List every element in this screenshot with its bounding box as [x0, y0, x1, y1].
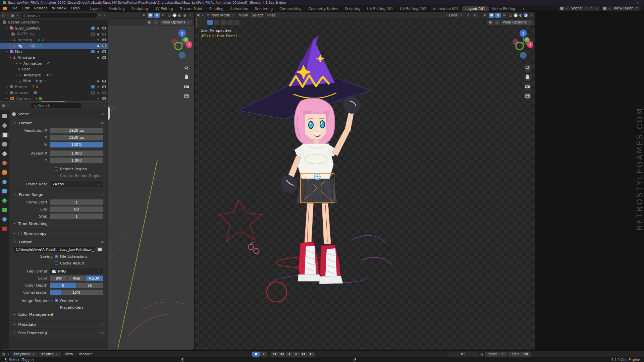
- depth-16-option[interactable]: 16: [77, 283, 103, 288]
- start-frame-field[interactable]: Start1: [485, 352, 507, 357]
- jump-to-start-button[interactable]: |◀: [271, 352, 278, 357]
- outliner-row-armature-object[interactable]: ▾ ♙ Armature ◉: [0, 55, 108, 61]
- tab-uv-editing[interactable]: UV Editing: [151, 6, 176, 11]
- menu-help[interactable]: Help: [69, 6, 82, 10]
- hide-eye-icon[interactable]: ◉: [96, 56, 101, 59]
- select-subtract-mode-button[interactable]: [221, 20, 226, 25]
- shading-options-chevron-icon[interactable]: ∨: [529, 14, 533, 16]
- pivot-point-icon[interactable]: ⊕: [482, 13, 488, 18]
- chevron-right-icon[interactable]: ▸: [5, 92, 9, 94]
- tab-layout-001-active[interactable]: Layout.001: [462, 6, 489, 11]
- crop-region-checkbox[interactable]: [55, 174, 58, 177]
- editor-type-icon[interactable]: ▣: [197, 13, 200, 17]
- post-processing-section-header[interactable]: ▸ Post Processing ≡: [10, 329, 106, 337]
- panel-menu-icon[interactable]: ≡: [101, 331, 104, 335]
- frame-end-field[interactable]: 80: [50, 206, 103, 212]
- select-invert-mode-button[interactable]: [227, 20, 233, 25]
- overwrite-checkbox[interactable]: [55, 299, 58, 302]
- hide-eye-icon[interactable]: ◉: [96, 79, 101, 83]
- chevron-down-icon[interactable]: ▾: [5, 27, 9, 29]
- output-path-field[interactable]: C:\GoogleDrive\Art\Battl...Suzy_LowPoly\…: [14, 247, 95, 252]
- bone-tab-icon[interactable]: [0, 207, 9, 213]
- xray-toggle-icon[interactable]: ▦: [489, 13, 494, 18]
- outliner-row-scene-collection[interactable]: Scene Collection: [0, 19, 108, 25]
- aspect-x-field[interactable]: 1.000: [50, 150, 103, 156]
- tab-modeling[interactable]: Modeling: [105, 6, 128, 11]
- jump-to-end-button[interactable]: ▶|: [308, 352, 315, 357]
- pose-options-dropdown[interactable]: Pose Options ∨: [501, 20, 533, 25]
- outliner-editor[interactable]: ☰ ∨ ▣ ∨ Search ▽ ∨ Scene Collection ▾ Su…: [0, 11, 108, 101]
- tab-compositing[interactable]: Compositing: [276, 6, 305, 11]
- outliner-row-suzy-lowpoly[interactable]: ▾ Suzy_LowPoly ◉: [0, 25, 108, 32]
- pose-options-dropdown[interactable]: Pose Options ∨: [160, 20, 192, 25]
- output-section-header[interactable]: ∨ Output ≡: [10, 238, 106, 246]
- frame-start-field[interactable]: 1: [50, 199, 103, 205]
- menu-file[interactable]: File: [9, 6, 20, 10]
- use-preview-range-icon[interactable]: ◷: [480, 352, 484, 356]
- mode-dropdown[interactable]: ♙ Pose Mode ∨: [205, 13, 237, 18]
- menu-window[interactable]: Window: [50, 6, 69, 10]
- chevron-right-icon[interactable]: ▸: [9, 39, 12, 41]
- timeline-editor[interactable]: ◷ ∨ Playback∨ Keying∨ View Marker ∨ |◀ ◀…: [0, 350, 644, 357]
- format-section-header[interactable]: ∨ Format ≡: [10, 119, 106, 127]
- render-visibility-icon[interactable]: [102, 85, 106, 88]
- render-visibility-icon[interactable]: [102, 97, 106, 100]
- outliner-row-unused[interactable]: ▸ unused ∨: [0, 90, 108, 96]
- output-tab-icon-active[interactable]: [1, 132, 9, 138]
- current-frame-field[interactable]: 65: [448, 352, 478, 357]
- wireframe-shading-icon[interactable]: ○: [167, 13, 172, 17]
- color-rgb-option[interactable]: RGB: [68, 276, 85, 281]
- scene-selector[interactable]: ∨ Scene ⊙ □ ×: [559, 6, 600, 11]
- transform-orientation-dropdown[interactable]: ⌁ Local ∨: [444, 13, 465, 18]
- material-shading-icon[interactable]: ◐: [519, 13, 523, 17]
- resolution-y-field[interactable]: 1920 px: [50, 135, 103, 140]
- frame-step-field[interactable]: 1: [50, 214, 103, 219]
- view-layer-tab-icon[interactable]: [0, 141, 9, 147]
- rendered-shading-icon[interactable]: ◑: [524, 13, 528, 17]
- play-button[interactable]: ▶: [293, 352, 300, 357]
- new-scene-icon[interactable]: □: [589, 7, 594, 10]
- pose-menu[interactable]: Pose: [266, 13, 277, 18]
- tab-shading[interactable]: Shading: [206, 6, 227, 11]
- chevron-right-icon[interactable]: ▸: [15, 80, 18, 82]
- playback-menu[interactable]: Playback∨: [12, 352, 38, 357]
- depth-8-option-selected[interactable]: 8: [50, 283, 76, 288]
- render-region-checkbox[interactable]: [55, 167, 58, 171]
- menu-edit[interactable]: Edit: [20, 6, 32, 10]
- render-visibility-icon[interactable]: [102, 27, 106, 29]
- editor-type-icon[interactable]: ☰: [2, 14, 5, 17]
- tool-tab-icon[interactable]: [0, 113, 9, 119]
- tab-geometry-nodes[interactable]: Geometry Nodes: [305, 6, 341, 11]
- wireframe-shading-icon[interactable]: ○: [508, 13, 513, 17]
- viewport-center-rendered[interactable]: ▣ ∨ ♙ Pose Mode ∨ View Select Pose ⌁ Loc…: [195, 12, 535, 350]
- mirror-x-toggle-icon[interactable]: ⊞: [146, 20, 152, 25]
- close-icon[interactable]: ×: [634, 1, 641, 4]
- pin-icon[interactable]: ⊙: [584, 7, 588, 10]
- collection-checkbox[interactable]: [91, 33, 95, 36]
- marker-menu[interactable]: Marker: [77, 352, 94, 357]
- stereoscopy-section-header[interactable]: ▸ Stereoscopy ≡: [10, 230, 106, 237]
- tab-sculpting[interactable]: Sculpting: [128, 6, 151, 11]
- tab-animation[interactable]: Animation: [227, 6, 252, 11]
- compression-slider[interactable]: 15%: [50, 290, 103, 295]
- end-frame-field[interactable]: End80: [508, 352, 531, 357]
- resolution-scale-slider[interactable]: 100%: [50, 142, 103, 147]
- chevron-down-icon[interactable]: ▾: [9, 56, 12, 59]
- outliner-row-metarig[interactable]: ▸ ♙ metarig ♙ ♙ ∨: [0, 37, 108, 43]
- maximize-icon[interactable]: □: [624, 1, 632, 4]
- render-visibility-icon[interactable]: [102, 45, 106, 47]
- panel-menu-icon[interactable]: ≡: [101, 232, 104, 235]
- keying-menu[interactable]: Keying∨: [39, 352, 61, 357]
- xray-toggle-icon[interactable]: ▦: [148, 13, 153, 18]
- outliner-row-rig-selected[interactable]: ▸ ♙ rig ∿ ♙ ♙ ▽ ◉: [0, 43, 108, 49]
- options-chevron-icon[interactable]: ∨: [103, 104, 106, 107]
- panel-menu-icon[interactable]: ≡: [101, 240, 104, 244]
- next-keyframe-button[interactable]: ▶▶: [301, 352, 307, 357]
- display-mode-icon[interactable]: ▣: [11, 14, 14, 17]
- hide-eye-closed-icon[interactable]: ∨: [96, 91, 101, 95]
- collection-checkbox[interactable]: [91, 85, 95, 88]
- auto-keying-record-button[interactable]: [252, 352, 260, 357]
- overlays-toggle-icon[interactable]: ◍: [154, 13, 160, 18]
- outliner-search-input[interactable]: Search: [21, 13, 98, 18]
- material-tab-icon[interactable]: [0, 226, 9, 232]
